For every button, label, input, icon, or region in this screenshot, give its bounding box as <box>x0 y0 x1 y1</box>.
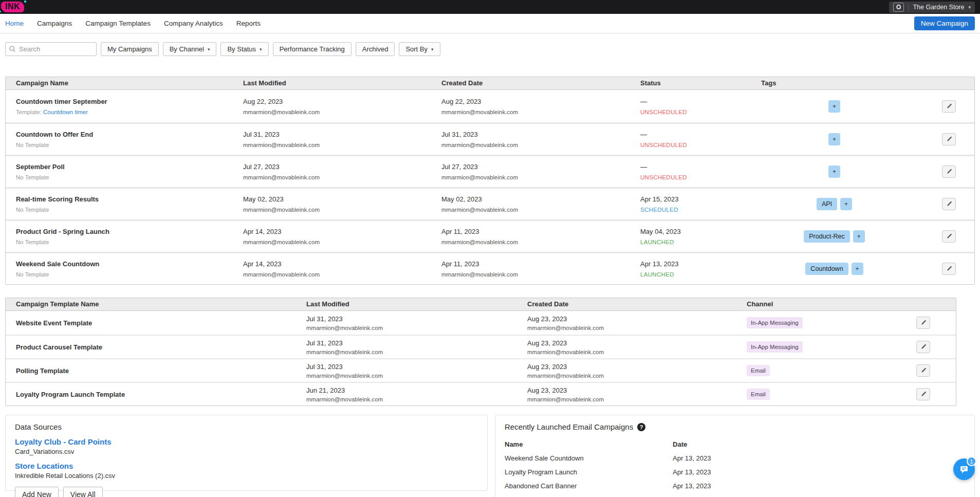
caret-down-icon: ▾ <box>968 5 971 10</box>
edit-template-button[interactable] <box>916 388 930 400</box>
created-by: mmarmion@movableink.com <box>441 109 640 115</box>
tag-countdown[interactable]: Countdown <box>805 263 848 275</box>
add-tag-button[interactable]: + <box>828 133 840 145</box>
template-name[interactable]: Website Event Template <box>16 319 306 327</box>
edit-campaign-button[interactable] <box>942 100 956 113</box>
edit-campaign-button[interactable] <box>942 230 956 243</box>
org-avatar: O <box>893 3 904 12</box>
filter-button-sort-by[interactable]: Sort By▾ <box>399 42 440 56</box>
template-name-cell: Loyalty Program Launch Template <box>6 383 306 406</box>
created-date: Aug 22, 2023 <box>441 98 640 105</box>
data-source-link-store-locations[interactable]: Store Locations <box>15 462 478 470</box>
last-modified-date: Apr 14, 2023 <box>243 228 441 235</box>
campaign-name[interactable]: Real-time Scoring Results <box>16 195 243 203</box>
campaign-name[interactable]: Product Grid - Spring Launch <box>16 228 243 235</box>
last-modified-cell: Jul 31, 2023mmarmion@movableink.com <box>306 359 527 382</box>
add-tag-button[interactable]: + <box>828 100 840 113</box>
table-row: September PollNo TemplateJul 27, 2023mma… <box>6 155 974 187</box>
campaign-name[interactable]: Countdown timer September <box>16 98 243 105</box>
created-date: Apr 11, 2023 <box>441 228 640 235</box>
campaign-name[interactable]: Countdown to Offer End <box>16 131 243 138</box>
filter-button-archived[interactable]: Archived <box>356 42 395 56</box>
campaigns-table-header: Campaign Name Last Modified Created Date… <box>6 77 974 90</box>
new-campaign-button[interactable]: New Campaign <box>914 16 975 30</box>
add-tag-button[interactable]: + <box>853 230 865 243</box>
edit-template-button[interactable] <box>916 341 930 353</box>
add-tag-button[interactable]: + <box>852 263 863 275</box>
col-header-tags: Tags <box>761 77 908 89</box>
tags-cell: + <box>761 124 908 155</box>
account-switcher[interactable]: O The Garden Store ▾ <box>889 2 975 13</box>
help-icon[interactable]: ? <box>637 423 645 431</box>
edit-template-button[interactable] <box>916 364 930 377</box>
campaign-name[interactable]: September Poll <box>16 163 243 171</box>
filter-button-by-channel[interactable]: By Channel▾ <box>163 42 217 56</box>
campaign-name[interactable]: Weekend Sale Countdown <box>16 260 243 268</box>
data-source-filename: Card_Variations.csv <box>15 448 478 455</box>
last-modified-date: May 02, 2023 <box>243 195 441 203</box>
template-name[interactable]: Product Carousel Template <box>16 343 306 351</box>
col-header-template-name: Campaign Template Name <box>6 298 306 310</box>
campaign-name-cell: Real-time Scoring ResultsNo Template <box>6 189 243 219</box>
status-cell: May 04, 2023LAUNCHED <box>640 221 761 252</box>
edit-template-button[interactable] <box>916 317 930 329</box>
last-modified-cell: May 02, 2023mmarmion@movableink.com <box>243 189 441 219</box>
edit-cell <box>893 383 956 406</box>
last-modified-by: mmarmion@movableink.com <box>306 325 527 331</box>
channel-badge-email: Email <box>747 389 770 400</box>
view-all-button[interactable]: View All <box>63 487 103 497</box>
nav-item-reports[interactable]: Reports <box>236 20 261 27</box>
edit-campaign-button[interactable] <box>942 198 956 210</box>
campaign-name-cell: September PollNo Template <box>6 156 243 187</box>
last-modified-date: Aug 22, 2023 <box>243 98 441 105</box>
search-wrap <box>5 42 97 56</box>
nav-item-campaigns[interactable]: Campaigns <box>37 20 72 27</box>
table-row: Product Carousel TemplateJul 31, 2023mma… <box>6 335 956 358</box>
created-by: mmarmion@movableink.com <box>527 349 747 355</box>
template-link[interactable]: Countdown timer <box>43 109 88 115</box>
created-by: mmarmion@movableink.com <box>441 271 640 278</box>
filter-bar: My CampaignsBy Channel▾By Status▾Perform… <box>5 42 975 56</box>
col-header-date: Date <box>673 440 965 448</box>
add-new-button[interactable]: Add New <box>15 487 59 497</box>
created-by: mmarmion@movableink.com <box>527 325 747 331</box>
nav-item-campaign-templates[interactable]: Campaign Templates <box>85 20 151 27</box>
filter-button-my-campaigns[interactable]: My Campaigns <box>101 42 159 56</box>
chat-unread-badge: 1 <box>967 456 976 466</box>
created-date: Jul 31, 2023 <box>441 131 640 138</box>
template-name[interactable]: Polling Template <box>16 367 306 375</box>
template-label: No Template <box>16 207 49 213</box>
edit-campaign-button[interactable] <box>942 133 956 145</box>
campaign-template-info: Template: Countdown timer <box>16 109 243 115</box>
nav-item-home[interactable]: Home <box>5 20 24 27</box>
channel-badge-in-app-messaging: In-App Messaging <box>747 341 803 353</box>
recent-campaign-name: Weekend Sale Countdown <box>505 454 673 462</box>
edit-campaign-button[interactable] <box>942 263 956 275</box>
last-modified-cell: Jun 21, 2023mmarmion@movableink.com <box>306 383 527 406</box>
nav-item-company-analytics[interactable]: Company Analytics <box>164 20 223 27</box>
template-name[interactable]: Loyalty Program Launch Template <box>16 391 306 398</box>
channel-cell: In-App Messaging <box>747 336 893 358</box>
search-input[interactable] <box>5 42 97 56</box>
tags-cell: + <box>761 156 908 187</box>
filter-button-by-status[interactable]: By Status▾ <box>220 42 268 56</box>
add-tag-button[interactable]: + <box>828 165 840 178</box>
status-badge: SCHEDULED <box>640 207 761 213</box>
chat-bubble-icon <box>959 464 969 474</box>
templates-table-header: Campaign Template Name Last Modified Cre… <box>6 298 956 311</box>
tag-api[interactable]: API <box>817 198 837 210</box>
chat-widget[interactable]: 1 <box>953 458 975 480</box>
add-tag-button[interactable]: + <box>840 198 852 210</box>
col-header-channel: Channel <box>747 298 893 310</box>
data-source-link-loyalty-club-card-points[interactable]: Loyalty Club - Card Points <box>15 437 478 446</box>
campaign-template-info: No Template <box>16 271 243 278</box>
recent-campaign-date: Apr 13, 2023 <box>673 454 965 462</box>
campaign-name-cell: Weekend Sale CountdownNo Template <box>6 253 243 284</box>
last-modified-date: Jul 31, 2023 <box>243 131 441 138</box>
edit-campaign-button[interactable] <box>942 165 956 178</box>
table-row: Countdown to Offer EndNo TemplateJul 31,… <box>6 122 974 155</box>
tag-product-rec[interactable]: Product-Rec <box>804 230 849 243</box>
recent-campaign-date: Apr 13, 2023 <box>673 482 965 490</box>
tags-cell: + <box>761 90 908 122</box>
filter-button-performance-tracking[interactable]: Performance Tracking <box>273 42 352 56</box>
